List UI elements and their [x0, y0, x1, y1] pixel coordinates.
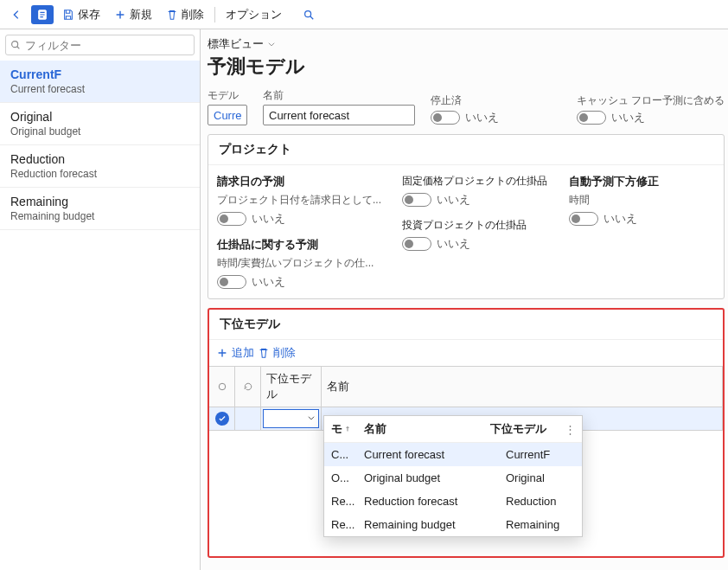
invoice-value: いいえ: [252, 211, 285, 227]
stopped-value: いいえ: [465, 110, 499, 125]
sidebar-item-reduction[interactable]: Reduction Reduction forecast: [0, 145, 200, 188]
model-label: モデル: [208, 88, 247, 103]
invest-label: 投資プロジェクトの仕掛品: [402, 218, 548, 233]
options-button[interactable]: オプション: [220, 3, 287, 26]
popup-row-mo: C...: [331, 448, 359, 461]
auto-group-title: 自動予測下方修正: [569, 174, 715, 189]
trash-icon: [258, 347, 270, 359]
grid-row-select[interactable]: [209, 407, 235, 430]
cashflow-value: いいえ: [611, 110, 645, 125]
popup-row-name: Original budget: [364, 471, 501, 484]
chevron-down-icon[interactable]: [307, 413, 316, 422]
page-title: 予測モデル: [208, 54, 725, 80]
submodel-lookup-popup: モ 名前 下位モデル ⋮ C... Current forecast Cu: [323, 415, 583, 537]
options-label: オプション: [226, 7, 282, 22]
delete-label: 削除: [182, 7, 204, 22]
toolbar-separator: [214, 7, 215, 22]
name-input[interactable]: [263, 105, 415, 125]
popup-header-more[interactable]: ⋮: [565, 423, 575, 436]
submodel-grid: 下位モデル 名前: [209, 366, 723, 556]
sort-asc-icon: [344, 426, 351, 432]
sidebar-item-sub: Current forecast: [10, 83, 189, 95]
auto-toggle[interactable]: [569, 212, 598, 226]
delete-button[interactable]: 削除: [161, 3, 209, 26]
project-panel: プロジェクト 請求日の予測 プロジェクト日付を請求日として... いいえ 仕掛品…: [208, 134, 725, 299]
svg-point-3: [219, 383, 226, 390]
popup-row-mo: O...: [331, 471, 359, 484]
popup-row-name: Reduction forecast: [364, 495, 501, 508]
top-toolbar: 保存 新規 削除 オプション: [0, 0, 728, 29]
wip-sub-label: 時間/実費払いプロジェクトの仕...: [217, 256, 381, 271]
popup-header-mo[interactable]: モ: [331, 421, 359, 437]
grid-header-select[interactable]: [209, 367, 235, 407]
popup-row-name: Current forecast: [364, 448, 501, 461]
grid-cell-model: [261, 407, 322, 430]
back-button[interactable]: [5, 5, 28, 24]
edit-mode-button[interactable]: [31, 5, 54, 24]
content: 標準ビュー 予測モデル モデル 名前 停止済 いいえ: [201, 29, 728, 570]
check-icon: [218, 414, 227, 423]
refresh-icon: [243, 381, 253, 392]
circle-icon: [217, 381, 227, 392]
submodel-delete-button[interactable]: 削除: [258, 345, 296, 361]
auto-group: 自動予測下方修正 時間 いいえ: [569, 174, 715, 290]
cashflow-field: キャッシュ フロー予測に含める いいえ: [577, 93, 725, 125]
search-button[interactable]: [297, 5, 320, 24]
popup-row-original[interactable]: O... Original budget Original: [324, 466, 582, 490]
svg-point-2: [12, 42, 18, 48]
popup-row-mo: Re...: [331, 495, 359, 508]
svg-point-1: [305, 10, 311, 16]
wip-group-title: 仕掛品に関する予測: [217, 237, 381, 253]
sidebar-item-title: Original: [10, 110, 189, 124]
sidebar-item-currentf[interactable]: CurrentF Current forecast: [0, 61, 200, 103]
trash-icon: [166, 9, 178, 21]
wip-toggle[interactable]: [217, 275, 246, 289]
cashflow-toggle[interactable]: [577, 111, 606, 125]
popup-row-reduction[interactable]: Re... Reduction forecast Reduction: [324, 490, 582, 513]
name-label: 名前: [263, 88, 415, 103]
new-label: 新規: [130, 7, 152, 22]
save-icon: [62, 9, 74, 21]
sidebar-item-remaining[interactable]: Remaining Remaining budget: [0, 188, 200, 230]
fixed-value: いいえ: [437, 192, 470, 208]
fixed-toggle[interactable]: [402, 193, 431, 207]
grid-row-refresh: [235, 407, 261, 430]
submodel-add-label: 追加: [232, 345, 254, 361]
sidebar-item-title: Reduction: [10, 152, 189, 166]
submodel-delete-label: 削除: [273, 345, 296, 361]
arrow-left-icon: [10, 9, 22, 21]
invoice-sub-label: プロジェクト日付を請求日として...: [217, 193, 381, 208]
sidebar-item-sub: Original budget: [10, 125, 189, 138]
grid-header-name[interactable]: 名前: [322, 367, 723, 407]
sidebar-item-sub: Remaining budget: [10, 210, 189, 222]
save-button[interactable]: 保存: [57, 3, 105, 26]
popup-row-sub: Original: [506, 471, 575, 484]
grid-header-refresh[interactable]: [235, 367, 261, 407]
view-selector[interactable]: 標準ビュー: [208, 36, 725, 52]
popup-row-remaining[interactable]: Re... Remaining budget Remaining: [324, 513, 582, 536]
filter-input[interactable]: [5, 35, 195, 55]
invest-value: いいえ: [437, 236, 470, 252]
stopped-label: 停止済: [431, 93, 499, 108]
grid-header-model[interactable]: 下位モデル: [261, 367, 322, 407]
stopped-toggle[interactable]: [431, 111, 460, 125]
model-input[interactable]: [208, 105, 247, 125]
search-icon: [303, 9, 315, 21]
sidebar-item-original[interactable]: Original Original budget: [0, 103, 200, 145]
cashflow-label: キャッシュ フロー予測に含める: [577, 93, 725, 108]
submodel-add-button[interactable]: 追加: [216, 345, 254, 361]
wip-value: いいえ: [252, 274, 285, 290]
invoice-group-title: 請求日の予測: [217, 174, 381, 189]
sidebar-item-sub: Reduction forecast: [10, 168, 189, 180]
grid-header: 下位モデル 名前: [209, 367, 723, 407]
popup-row-sub: Remaining: [506, 518, 575, 531]
sidebar-item-title: Remaining: [10, 195, 189, 208]
popup-header-name[interactable]: 名前: [364, 421, 485, 437]
popup-row-sub: CurrentF: [506, 448, 575, 461]
filter-search-icon: [10, 39, 22, 51]
popup-header-sub[interactable]: 下位モデル: [490, 421, 559, 437]
popup-row-currentf[interactable]: C... Current forecast CurrentF: [324, 443, 582, 466]
invest-toggle[interactable]: [402, 237, 431, 251]
new-button[interactable]: 新規: [109, 3, 157, 26]
invoice-toggle[interactable]: [217, 212, 246, 226]
